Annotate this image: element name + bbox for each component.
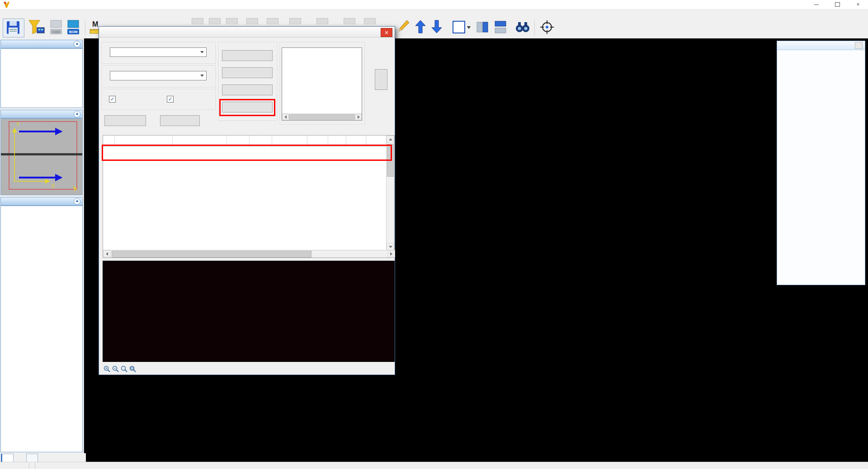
application-window: × CAD: [0, 0, 868, 469]
hidden-toolbar-icon: [246, 18, 258, 24]
status-bar: [0, 462, 868, 469]
hidden-toolbar-icon: [192, 18, 203, 24]
scene-h-scrollbar[interactable]: [282, 113, 362, 120]
menu-bar: [0, 9, 868, 17]
mirror-icon: [476, 19, 489, 37]
hidden-toolbar-icon: [344, 18, 355, 24]
zoom-in-icon[interactable]: [104, 366, 111, 373]
scroll-left-icon[interactable]: [103, 250, 111, 257]
chevron-down-icon: [200, 51, 204, 53]
scroll-left-icon[interactable]: [282, 114, 288, 120]
tab-base[interactable]: [1, 454, 14, 462]
column-header-pitch[interactable]: [250, 136, 272, 146]
svg-text:M: M: [92, 20, 98, 28]
crosshair-icon: [540, 19, 554, 37]
footprint-preview[interactable]: [103, 261, 395, 362]
top-side-checkbox[interactable]: ✓: [109, 96, 118, 103]
layer-box-icon: [451, 19, 471, 37]
mirror-view-button[interactable]: [476, 19, 489, 37]
status-separator: [29, 463, 29, 469]
column-header-opening[interactable]: [366, 136, 387, 146]
preview-panel-body[interactable]: Y X: [0, 118, 83, 195]
layers-panel-header[interactable]: ▲: [0, 197, 83, 206]
table-v-scrollbar[interactable]: [386, 136, 394, 251]
zoom-window-icon[interactable]: [129, 366, 137, 373]
smart-match-button[interactable]: [222, 102, 273, 113]
move-down-button[interactable]: [430, 19, 443, 37]
hidden-toolbar-icon: [316, 18, 328, 24]
app-logo-icon: [3, 1, 10, 8]
save-button[interactable]: [3, 19, 24, 38]
stencil-opening-design-button[interactable]: [104, 115, 146, 126]
hidden-toolbar-icon: [364, 18, 376, 24]
collapse-icon[interactable]: ▲: [74, 41, 80, 47]
update-stencil-button[interactable]: [160, 115, 200, 126]
expand-button[interactable]: [375, 69, 387, 90]
save-icon: [3, 19, 23, 36]
cad-icon: CAD: [49, 19, 63, 37]
locate-button[interactable]: [540, 19, 554, 37]
close-button[interactable]: ×: [848, 0, 868, 9]
edit-opening-button[interactable]: [396, 19, 410, 37]
preview-panel-header[interactable]: ▲: [0, 110, 83, 118]
view-tab-strip: [0, 453, 86, 462]
dialog-title-bar[interactable]: [99, 27, 395, 38]
dialog-close-button[interactable]: ✕: [381, 28, 392, 37]
hidden-toolbar-icon: [267, 18, 278, 24]
pcb-side-group: [102, 89, 216, 110]
preview-graphic: Y X: [1, 119, 82, 195]
stencil-library-match-dialog: ✕ ✓ ✓: [99, 26, 395, 375]
dropdown-arrow-icon: [467, 26, 471, 29]
zoom-fit-icon[interactable]: [121, 366, 128, 373]
paste-type-select[interactable]: [110, 47, 207, 57]
collapse-icon[interactable]: ▲: [74, 111, 80, 117]
status-separator: [35, 463, 35, 469]
column-header-side[interactable]: [328, 136, 346, 146]
column-header-package[interactable]: [173, 136, 227, 146]
scroll-up-icon[interactable]: [387, 136, 394, 143]
scroll-right-icon[interactable]: [387, 250, 395, 257]
import-button[interactable]: [26, 19, 46, 37]
flip-icon: [494, 19, 507, 37]
library-project-select[interactable]: [110, 71, 207, 80]
left-panel: ▲ ▲ Y X ▲: [0, 38, 84, 453]
workflow-close-button[interactable]: [855, 42, 863, 49]
match-by-footprint-graphic-button[interactable]: [222, 50, 273, 61]
move-up-button[interactable]: [414, 19, 427, 37]
bom-output-button[interactable]: BOM: [66, 19, 80, 37]
match-by-footprint-name-button[interactable]: [222, 84, 273, 95]
layer-display-button[interactable]: [451, 19, 471, 37]
collapse-icon[interactable]: ▲: [74, 198, 80, 205]
column-header-scene[interactable]: [272, 136, 307, 146]
column-header-part[interactable]: [115, 136, 173, 146]
axis-y-label: Y: [16, 122, 20, 127]
bottom-side-checkbox[interactable]: ✓: [167, 96, 175, 103]
scene-list[interactable]: [282, 47, 362, 121]
zoom-out-icon[interactable]: [112, 366, 119, 373]
cad-output-button[interactable]: CAD: [49, 19, 63, 37]
binoculars-icon: [514, 19, 531, 37]
info-panel-header[interactable]: ▲: [0, 40, 83, 48]
bom-icon: BOM: [66, 19, 80, 37]
data-table: [103, 135, 395, 258]
scroll-right-icon[interactable]: [355, 114, 362, 120]
workflow-header: [777, 41, 865, 50]
maximize-button[interactable]: [827, 0, 847, 9]
info-panel-body: [0, 48, 83, 108]
minimize-button[interactable]: [807, 0, 826, 9]
hidden-toolbar-icon: [289, 18, 301, 24]
title-bar: ×: [0, 0, 868, 9]
column-header-pins[interactable]: [227, 136, 250, 146]
import-icon: [26, 19, 46, 37]
cad-badge-label: CAD: [52, 30, 60, 34]
column-header-pkgtype[interactable]: [346, 136, 366, 146]
find-button[interactable]: [514, 19, 531, 37]
match-by-part-and-footprint-button[interactable]: [222, 67, 273, 78]
check-column-header[interactable]: [103, 136, 115, 146]
column-header-open[interactable]: [307, 136, 328, 146]
down-arrow-icon: [430, 19, 443, 37]
table-h-scrollbar[interactable]: [103, 250, 395, 258]
tab-data[interactable]: [26, 454, 38, 462]
flip-view-button[interactable]: [494, 19, 507, 37]
layer-list: [0, 206, 83, 452]
